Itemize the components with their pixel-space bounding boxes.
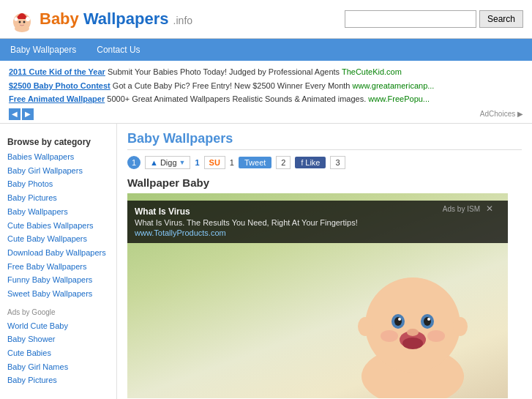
ad-overlay-url[interactable]: www.TotallyProducts.com: [135, 228, 501, 237]
svg-point-18: [453, 317, 468, 336]
sidebar-link-9[interactable]: Funny Baby Wallpapers: [7, 273, 109, 287]
ad-arrows: ◀ ▶: [9, 108, 34, 120]
content-area: Baby Wallpapers 1 ▲ Digg ▼ 1 SU 1 Tweet …: [117, 124, 532, 399]
logo-icon: [9, 6, 35, 32]
wallpaper-section: Wallpaper Baby: [127, 176, 522, 398]
svg-point-3: [15, 18, 18, 21]
sidebar-link-6[interactable]: Cute Baby Wallpapers: [7, 232, 109, 246]
sidebar-link-3[interactable]: Baby Pictures: [7, 191, 109, 205]
google-ad-1[interactable]: Baby Shower: [7, 332, 109, 346]
digg-button[interactable]: ▲ Digg ▼: [145, 156, 190, 169]
like-count: 3: [330, 156, 345, 169]
ad-line-2: $2500 Baby Photo Contest Got a Cute Baby…: [9, 79, 523, 93]
ad-next-button[interactable]: ▶: [22, 108, 34, 120]
sidebar-link-2[interactable]: Baby Photos: [7, 177, 109, 191]
social-bar: 1 ▲ Digg ▼ 1 SU 1 Tweet 2 f Like 3: [127, 156, 522, 169]
like-button[interactable]: f Like: [295, 157, 326, 168]
search-area: Search: [345, 10, 523, 28]
page-number: 1: [127, 156, 141, 169]
google-ad-4[interactable]: Baby Pictures: [7, 373, 109, 387]
ad-choices[interactable]: AdChoices ▶: [480, 108, 523, 120]
nav-contact-us[interactable]: Contact Us: [86, 39, 150, 61]
stumbleupon-button[interactable]: SU: [204, 156, 225, 169]
logo-wallpapers: Wallpapers: [83, 10, 169, 28]
header: Baby Wallpapers .info Search: [0, 0, 532, 39]
google-ad-0[interactable]: World Cute Baby: [7, 319, 109, 333]
browse-category-title: Browse by category: [7, 137, 109, 147]
svg-point-13: [427, 318, 430, 321]
sidebar-link-10[interactable]: Sweet Baby Wallpapers: [7, 287, 109, 301]
ad-prev-button[interactable]: ◀: [9, 108, 20, 120]
sidebar: Browse by category Babies Wallpapers Bab…: [0, 124, 117, 399]
sidebar-link-8[interactable]: Free Baby Wallpapers: [7, 260, 109, 274]
close-ad-button[interactable]: ✕: [486, 204, 493, 214]
svg-point-19: [381, 330, 398, 342]
navbar: Baby Wallpapers Contact Us: [0, 39, 532, 61]
ads-by-google-label: Ads by Google: [7, 308, 109, 316]
logo-text: Baby Wallpapers .info: [40, 10, 192, 29]
ad-link-1[interactable]: 2011 Cute Kid of the Year: [9, 67, 105, 76]
logo-info: .info: [173, 15, 192, 26]
google-ad-2[interactable]: Cute Babies: [7, 346, 109, 360]
ad-line-3: Free Animated Wallpaper 5000+ Great Anim…: [9, 92, 523, 106]
wallpaper-image-container[interactable]: Ads by ISM ✕ What Is Virus What Is Virus…: [127, 193, 508, 398]
svg-point-2: [26, 17, 30, 21]
svg-point-4: [19, 21, 21, 23]
tweet-button[interactable]: Tweet: [239, 157, 271, 168]
main-layout: Browse by category Babies Wallpapers Bab…: [0, 124, 532, 399]
sidebar-link-0[interactable]: Babies Wallpapers: [7, 150, 109, 164]
logo-baby: Baby: [40, 10, 79, 28]
tweet-count: 2: [276, 156, 291, 169]
wallpaper-title: Wallpaper Baby: [127, 176, 522, 189]
ad-nav: ◀ ▶ AdChoices ▶: [9, 108, 523, 120]
nav-baby-wallpapers[interactable]: Baby Wallpapers: [0, 39, 86, 61]
svg-point-15: [402, 338, 423, 349]
ad-link-3[interactable]: Free Animated Wallpaper: [9, 94, 105, 103]
svg-point-5: [23, 21, 26, 23]
logo-area: Baby Wallpapers .info: [9, 6, 192, 32]
svg-point-12: [398, 318, 401, 321]
sidebar-link-7[interactable]: Download Baby Wallpapers: [7, 246, 109, 260]
ad-banner: 2011 Cute Kid of the Year Submit Your Ba…: [0, 61, 532, 124]
ad-line-1: 2011 Cute Kid of the Year Submit Your Ba…: [9, 65, 523, 79]
sidebar-link-1[interactable]: Baby Girl Wallpapers: [7, 164, 109, 178]
svg-point-20: [427, 330, 445, 342]
ad-link-2[interactable]: $2500 Baby Photo Contest: [9, 81, 110, 90]
svg-point-7: [365, 277, 460, 373]
google-ad-3[interactable]: Baby Girl Names: [7, 360, 109, 374]
search-input[interactable]: [345, 10, 476, 28]
ad-overlay-text: What Is Virus. The Results You Need, Rig…: [135, 218, 501, 227]
page-title: Baby Wallpapers: [127, 131, 522, 150]
svg-point-17: [358, 317, 372, 336]
ad-overlay: Ads by ISM ✕ What Is Virus What Is Virus…: [127, 201, 508, 243]
search-button[interactable]: Search: [479, 10, 523, 28]
digg-icon: ▲: [150, 158, 158, 167]
svg-point-16: [407, 329, 419, 336]
sidebar-link-5[interactable]: Cute Babies Wallpapers: [7, 219, 109, 233]
ads-by-ism-label: Ads by ISM ✕: [443, 204, 493, 214]
sidebar-link-4[interactable]: Baby Wallpapers: [7, 205, 109, 219]
